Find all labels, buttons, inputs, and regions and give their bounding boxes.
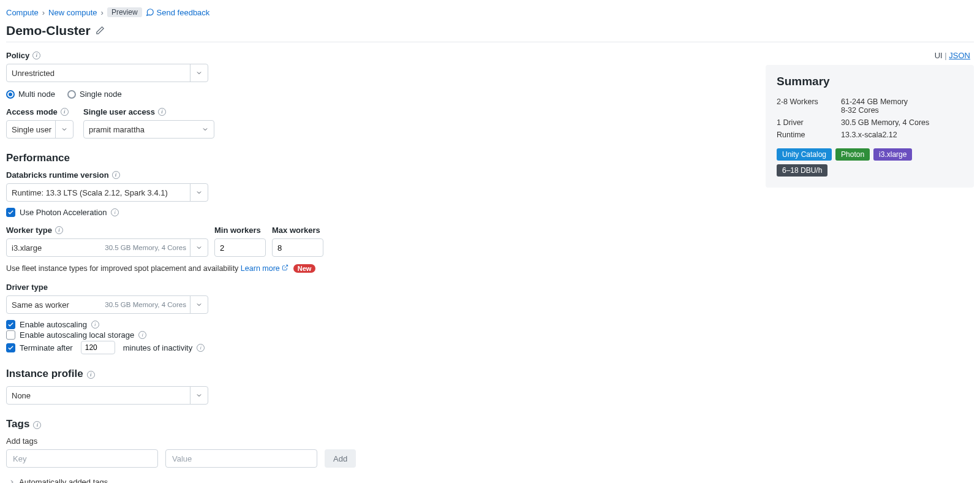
breadcrumb-compute[interactable]: Compute xyxy=(6,8,39,17)
autoscale-label: Enable autoscaling xyxy=(20,320,87,329)
send-feedback-label: Send feedback xyxy=(157,8,210,17)
terminate-checkbox[interactable] xyxy=(6,343,15,352)
send-feedback-link[interactable]: Send feedback xyxy=(146,8,210,17)
view-json-option[interactable]: JSON xyxy=(949,51,970,60)
runtime-value: Runtime: 13.3 LTS (Scala 2.12, Spark 3.4… xyxy=(12,188,190,197)
single-node-radio[interactable]: Single node xyxy=(67,89,122,99)
chevron-down-icon xyxy=(190,64,203,82)
multi-node-radio[interactable]: Multi node xyxy=(6,89,55,99)
photon-checkbox[interactable] xyxy=(6,208,15,217)
tag-value-input[interactable] xyxy=(165,449,317,468)
info-icon[interactable] xyxy=(55,226,63,234)
multi-node-label: Multi node xyxy=(18,89,55,99)
chevron-down-icon xyxy=(190,239,203,256)
autoscale-storage-checkbox[interactable] xyxy=(6,330,15,340)
info-icon[interactable] xyxy=(138,331,146,339)
chevron-down-icon xyxy=(190,296,203,313)
summary-driver-key: 1 Driver xyxy=(777,116,841,129)
unity-catalog-badge: Unity Catalog xyxy=(777,148,832,161)
chevron-down-icon xyxy=(55,121,68,138)
summary-workers-memory: 61-244 GB Memory xyxy=(841,97,963,106)
max-workers-input[interactable] xyxy=(272,238,323,257)
fleet-learn-more-link[interactable]: Learn more xyxy=(241,264,291,273)
policy-value: Unrestricted xyxy=(12,69,190,78)
tags-heading: Tags xyxy=(6,418,29,430)
terminate-suffix: minutes of inactivity xyxy=(123,343,192,352)
summary-workers-cores: 8-32 Cores xyxy=(841,106,963,115)
add-tags-label: Add tags xyxy=(6,436,386,446)
single-user-access-value: pramit marattha xyxy=(89,125,202,134)
info-icon[interactable] xyxy=(158,108,166,116)
photon-label: Use Photon Acceleration xyxy=(20,208,107,217)
summary-heading: Summary xyxy=(777,75,963,88)
radio-icon xyxy=(67,90,76,99)
info-icon[interactable] xyxy=(112,171,120,179)
fleet-learn-more-label: Learn more xyxy=(241,264,280,273)
chevron-down-icon xyxy=(190,387,203,404)
worker-type-select[interactable]: i3.xlarge 30.5 GB Memory, 4 Cores xyxy=(6,238,208,257)
summary-driver-value: 30.5 GB Memory, 4 Cores xyxy=(841,116,963,129)
driver-type-meta: 30.5 GB Memory, 4 Cores xyxy=(105,301,190,308)
info-icon[interactable] xyxy=(91,321,99,329)
info-icon[interactable] xyxy=(32,51,40,59)
driver-type-value: Same as worker xyxy=(12,300,105,310)
info-icon[interactable] xyxy=(61,108,69,116)
chat-icon xyxy=(146,8,154,17)
fleet-hint-text: Use fleet instance types for improved sp… xyxy=(6,264,238,273)
summary-table: 2-8 Workers 61-244 GB Memory 8-32 Cores … xyxy=(777,96,963,141)
breadcrumb: Compute › New compute › Preview Send fee… xyxy=(6,7,974,17)
edit-name-button[interactable] xyxy=(96,23,105,38)
access-mode-select[interactable]: Single user xyxy=(6,120,74,139)
info-icon[interactable] xyxy=(87,371,95,379)
auto-tags-label: Automatically added tags xyxy=(19,477,108,483)
instance-profile-value: None xyxy=(12,391,190,400)
info-icon[interactable] xyxy=(111,208,119,216)
info-icon[interactable] xyxy=(197,344,205,352)
pencil-icon xyxy=(96,26,105,35)
instance-profile-select[interactable]: None xyxy=(6,386,208,405)
driver-type-label: Driver type xyxy=(6,283,48,292)
instance-profile-heading: Instance profile xyxy=(6,368,83,380)
photon-badge: Photon xyxy=(835,148,870,161)
breadcrumb-new-compute[interactable]: New compute xyxy=(48,8,97,17)
terminate-minutes-input[interactable] xyxy=(81,341,115,354)
access-mode-value: Single user xyxy=(12,125,55,134)
chevron-down-icon xyxy=(190,184,203,201)
summary-panel: Summary 2-8 Workers 61-244 GB Memory 8-3… xyxy=(766,65,974,188)
runtime-label: Databricks runtime version xyxy=(6,170,109,180)
new-badge: New xyxy=(293,264,316,273)
worker-type-label: Worker type xyxy=(6,226,52,235)
chevron-right-icon xyxy=(9,479,15,483)
worker-type-meta: 30.5 GB Memory, 4 Cores xyxy=(105,244,190,251)
breadcrumb-preview-badge: Preview xyxy=(107,7,142,17)
radio-icon xyxy=(6,90,15,99)
summary-runtime-key: Runtime xyxy=(777,129,841,141)
summary-runtime-value: 13.3.x-scala2.12 xyxy=(841,129,963,141)
autoscale-checkbox[interactable] xyxy=(6,320,15,329)
policy-select[interactable]: Unrestricted xyxy=(6,64,208,82)
single-node-label: Single node xyxy=(80,89,122,99)
tag-key-input[interactable] xyxy=(6,449,158,468)
runtime-select[interactable]: Runtime: 13.3 LTS (Scala 2.12, Spark 3.4… xyxy=(6,183,208,202)
single-user-access-select[interactable]: pramit marattha xyxy=(83,120,214,139)
fleet-hint: Use fleet instance types for improved sp… xyxy=(6,264,386,273)
cluster-name: Demo-Cluster xyxy=(6,23,91,38)
info-icon[interactable] xyxy=(33,421,41,429)
autoscale-storage-label: Enable autoscaling local storage xyxy=(20,330,134,340)
auto-tags-expander[interactable]: Automatically added tags xyxy=(9,477,386,483)
summary-workers-key: 2-8 Workers xyxy=(777,96,841,116)
chevron-right-icon: › xyxy=(42,8,45,17)
access-mode-label: Access mode xyxy=(6,107,58,116)
view-ui-option[interactable]: UI xyxy=(935,51,943,60)
dbu-badge: 6–18 DBU/h xyxy=(777,164,827,177)
driver-type-select[interactable]: Same as worker 30.5 GB Memory, 4 Cores xyxy=(6,295,208,314)
page-title: Demo-Cluster xyxy=(6,23,974,38)
chevron-right-icon: › xyxy=(101,8,104,17)
add-tag-button[interactable]: Add xyxy=(325,449,356,468)
external-link-icon xyxy=(282,264,288,271)
min-workers-input[interactable] xyxy=(214,238,266,257)
worker-type-value: i3.xlarge xyxy=(12,243,105,253)
policy-label: Policy xyxy=(6,51,29,60)
max-workers-label: Max workers xyxy=(272,226,320,235)
performance-heading: Performance xyxy=(6,152,386,164)
